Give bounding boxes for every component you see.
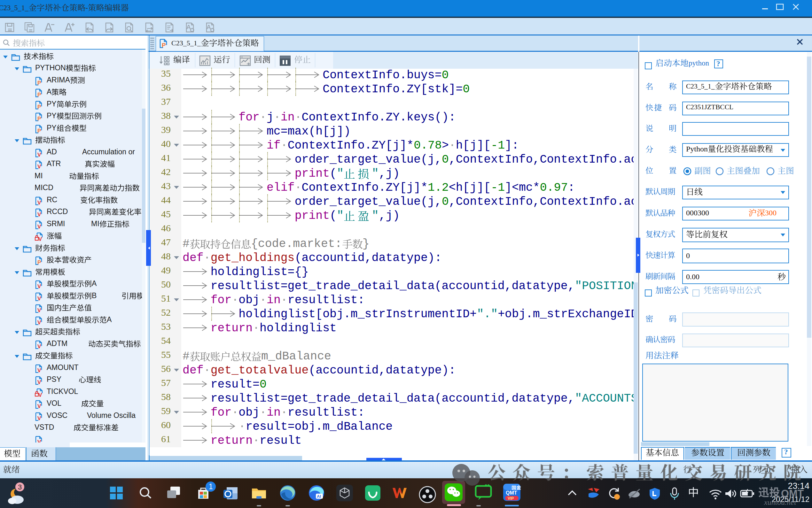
svg-text:P: P [37,128,41,134]
svg-text:1: 1 [209,482,213,491]
svg-text:V: V [37,320,41,326]
svg-text:P: P [162,42,166,49]
svg-text:V: V [37,307,41,313]
svg-text:V: V [37,164,41,170]
svg-text:P: P [37,259,41,265]
svg-text:V: V [37,403,41,409]
svg-text:P: P [37,104,41,110]
svg-text:V: V [37,283,41,290]
svg-text:V: V [37,152,41,158]
svg-text:QMT: QMT [506,490,517,496]
svg-text:3: 3 [18,483,22,491]
svg-text:V: V [37,212,41,218]
svg-text:V: V [38,392,42,397]
svg-text:P: P [37,80,41,86]
svg-text:AI: AI [317,494,321,499]
svg-text:VIP: VIP [508,496,514,501]
svg-text:V: V [37,379,41,385]
svg-text:P: P [37,92,41,98]
svg-text:V: V [37,200,41,206]
svg-text:V: V [37,224,41,230]
svg-text:P: P [37,116,41,122]
svg-text:V: V [38,236,42,242]
svg-text:V: V [37,343,41,349]
svg-text:V: V [37,296,41,302]
svg-text:V: V [37,415,41,421]
svg-text:V: V [37,368,41,374]
